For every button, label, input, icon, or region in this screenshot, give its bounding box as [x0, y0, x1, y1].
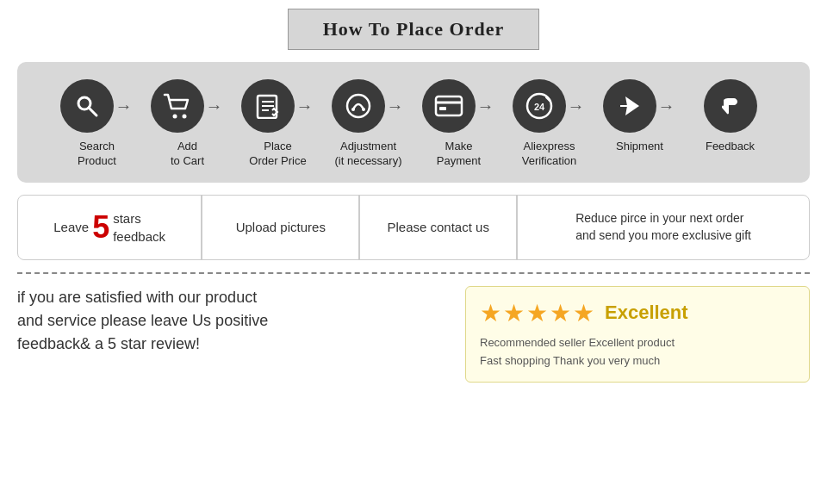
bottom-main-text: if you are satisfied with our product an…: [17, 286, 448, 356]
step-label-verification: AliexpressVerification: [522, 140, 577, 169]
step-icon-adjustment: [332, 79, 385, 133]
step-verification: 24 → AliexpressVerification: [504, 79, 594, 169]
svg-rect-17: [722, 97, 724, 106]
arrow-5: →: [477, 79, 494, 133]
review-header: ★★★★★ Excellent: [480, 299, 795, 327]
review-excellent: Excellent: [605, 302, 688, 324]
big-5: 5: [92, 212, 109, 243]
svg-text:24: 24: [534, 102, 545, 112]
step-icon-search: [60, 79, 114, 133]
page-wrapper: How To Place Order → SearchProduct: [0, 0, 827, 391]
title-section: How To Place Order: [17, 9, 810, 50]
svg-rect-13: [439, 107, 446, 110]
feedback-cell-upload: Upload pictures: [202, 196, 360, 259]
step-adjustment: → Adjustment(it necessary): [323, 79, 414, 169]
feedback-cell-contact: Please contact us: [360, 196, 518, 259]
step-payment: → MakePayment: [414, 79, 504, 169]
svg-point-10: [362, 108, 365, 111]
step-search: → SearchProduct: [52, 79, 142, 169]
step-label-adjustment: Adjustment(it necessary): [334, 140, 401, 169]
step-cart: → Addto Cart: [142, 79, 233, 169]
step-icon-shipment: [603, 79, 656, 133]
svg-rect-11: [436, 96, 462, 115]
step-order: → PlaceOrder Price: [233, 79, 323, 169]
review-line1: Recommended seller Excellent product: [480, 334, 795, 352]
step-icon-order: [241, 79, 295, 133]
feedback-cell-5stars: Leave 5 starsfeedback: [18, 196, 202, 259]
step-label-search: SearchProduct: [78, 140, 116, 169]
arrow-1: →: [115, 79, 133, 133]
svg-point-8: [347, 95, 370, 117]
step-feedback: Feedback: [685, 79, 775, 154]
step-label-payment: MakePayment: [437, 140, 481, 169]
steps-row: → SearchProduct → Addto Cart: [34, 79, 793, 169]
step-label-shipment: Shipment: [616, 140, 663, 154]
svg-line-1: [89, 108, 96, 115]
step-icon-cart: [151, 79, 204, 133]
feedback-cell-reduce: Reduce pirce in your next orderand send …: [518, 196, 809, 259]
feedback-strip: Leave 5 starsfeedback Upload pictures Pl…: [17, 195, 810, 260]
arrow-6: →: [568, 79, 585, 133]
step-icon-payment: [422, 79, 476, 133]
review-lines: Recommended seller Excellent product Fas…: [480, 334, 795, 370]
step-label-feedback: Feedback: [706, 140, 755, 154]
page-title: How To Place Order: [288, 9, 539, 50]
review-stars: ★★★★★: [480, 299, 596, 327]
step-label-cart: Addto Cart: [171, 140, 204, 169]
step-icon-feedback: [704, 79, 757, 133]
svg-point-2: [172, 115, 177, 119]
svg-point-9: [351, 108, 355, 111]
arrow-4: →: [387, 79, 404, 133]
step-icon-verification: 24: [513, 79, 566, 133]
arrow-3: →: [296, 79, 314, 133]
step-shipment: → Shipment: [594, 79, 685, 154]
arrow-2: →: [206, 79, 223, 133]
bottom-section: if you are satisfied with our product an…: [17, 272, 810, 383]
arrow-7: →: [658, 79, 675, 133]
svg-point-3: [182, 115, 186, 119]
steps-section: → SearchProduct → Addto Cart: [17, 62, 810, 183]
review-line2: Fast shopping Thank you very much: [480, 352, 795, 370]
step-label-order: PlaceOrder Price: [249, 140, 306, 169]
review-box: ★★★★★ Excellent Recommended seller Excel…: [465, 286, 810, 383]
